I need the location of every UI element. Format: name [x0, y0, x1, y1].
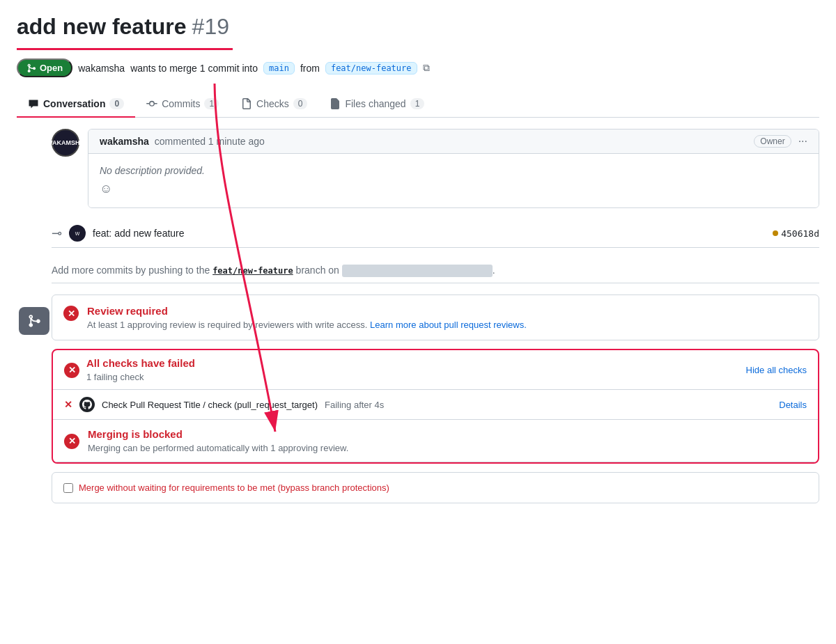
pr-meta: Open wakamsha wants to merge 1 commit in…	[17, 58, 819, 77]
title-underline	[17, 48, 233, 50]
conversation-icon	[28, 98, 39, 109]
commit-hash-text: 450618d	[781, 228, 819, 239]
comment-header: wakamsha commented 1 minute ago Owner ··…	[88, 129, 819, 154]
checks-failed-icon: ✕	[64, 363, 79, 378]
more-options-button[interactable]: ···	[798, 135, 807, 148]
main-content: WAKAMSHA wakamsha commented 1 minute ago…	[52, 129, 819, 503]
tab-checks-count: 0	[293, 98, 308, 109]
open-label: Open	[40, 63, 63, 73]
blurred-hostname: ████████████████	[342, 265, 493, 277]
check-github-icon	[79, 397, 95, 412]
open-status-badge[interactable]: Open	[17, 58, 72, 77]
source-tree-button[interactable]	[19, 307, 49, 335]
tab-commits-label: Commits	[162, 98, 200, 109]
check-name: Check Pull Request Title / check (pull_r…	[102, 400, 318, 410]
merge-blocked-desc: Merging can be performed automatically w…	[88, 443, 348, 453]
checks-section: ✕ All checks have failed 1 failing check…	[52, 349, 819, 464]
checks-icon	[241, 98, 252, 109]
commit-line: ⊸ W feat: add new feature 450618d	[52, 219, 819, 248]
tab-commits[interactable]: Commits 1	[135, 91, 230, 118]
commit-author-avatar: W	[69, 225, 86, 242]
commits-icon	[146, 98, 157, 109]
checks-header: ✕ All checks have failed 1 failing check…	[53, 350, 818, 390]
pr-author: wakamsha	[78, 63, 125, 74]
emoji-reaction-button[interactable]: ☺	[100, 182, 807, 196]
tab-conversation[interactable]: Conversation 0	[17, 91, 135, 118]
pr-title-text: add new feature	[17, 14, 187, 40]
merge-desc: wants to merge 1 commit into	[130, 63, 258, 74]
failing-count: 1 failing check	[86, 372, 195, 382]
tab-conversation-label: Conversation	[43, 98, 105, 109]
bypass-label[interactable]: Merge without waiting for requirements t…	[79, 482, 389, 493]
tab-checks[interactable]: Checks 0	[230, 91, 318, 118]
checks-failed-title: All checks have failed	[86, 357, 195, 369]
check-details-link[interactable]: Details	[779, 400, 807, 410]
comment-author: wakamsha	[100, 136, 149, 147]
files-changed-icon	[330, 98, 341, 109]
review-required-icon: ✕	[63, 306, 79, 321]
pr-number: #19	[192, 14, 229, 40]
sidebar-panel	[17, 129, 52, 503]
merge-blocked-row: ✕ Merging is blocked Merging can be perf…	[53, 420, 818, 462]
push-info-after: branch on	[296, 265, 342, 276]
commit-graph-icon: ⊸	[52, 226, 62, 241]
merge-blocked-icon: ✕	[64, 434, 79, 449]
from-label: from	[300, 63, 320, 74]
open-pr-icon	[26, 63, 36, 73]
target-branch[interactable]: main	[263, 62, 295, 74]
review-required-title: Review required	[87, 305, 807, 317]
comment-text: No description provided.	[100, 165, 807, 176]
source-branch[interactable]: feat/new-feature	[325, 62, 417, 74]
commit-dot	[773, 230, 778, 236]
source-tree-icon	[27, 314, 41, 328]
copy-branch-button[interactable]: ⧉	[423, 62, 430, 74]
tab-commits-count: 1	[204, 98, 219, 109]
pr-tabs: Conversation 0 Commits 1 Checks 0 Files …	[17, 91, 819, 118]
review-required-desc: At least 1 approving review is required …	[87, 320, 807, 330]
check-item: ✕ Check Pull Request Title / check (pull…	[53, 390, 818, 420]
tab-files-changed-label: Files changed	[345, 98, 405, 109]
comment-avatar-col: WAKAMSHA	[52, 129, 79, 208]
tab-checks-label: Checks	[256, 98, 289, 109]
push-info-before: Add more commits by pushing to the	[52, 265, 210, 276]
avatar: WAKAMSHA	[52, 129, 79, 157]
push-info: Add more commits by pushing to the feat/…	[52, 259, 819, 283]
merge-blocked-title: Merging is blocked	[88, 428, 348, 440]
comment-time: commented 1 minute ago	[155, 136, 265, 147]
bypass-checkbox[interactable]	[63, 483, 73, 493]
tab-conversation-count: 0	[109, 98, 124, 109]
comment-body: No description provided. ☺	[88, 154, 819, 207]
learn-more-link[interactable]: Learn more about pull request reviews.	[370, 320, 527, 330]
check-status: Failing after 4s	[325, 400, 384, 410]
pr-title: add new feature #19	[17, 14, 819, 50]
comment-thread-row: WAKAMSHA wakamsha commented 1 minute ago…	[52, 129, 819, 208]
owner-badge: Owner	[754, 135, 791, 148]
push-info-branch[interactable]: feat/new-feature	[212, 266, 293, 276]
commit-message: feat: add new feature	[93, 228, 185, 239]
tab-files-changed[interactable]: Files changed 1	[318, 91, 435, 118]
review-required-section: ✕ Review required At least 1 approving r…	[52, 294, 819, 340]
merge-bypass-section: Merge without waiting for requirements t…	[52, 472, 819, 503]
check-fail-icon: ✕	[64, 399, 72, 410]
tab-files-changed-count: 1	[410, 98, 425, 109]
commit-hash: 450618d	[773, 228, 819, 239]
hide-checks-button[interactable]: Hide all checks	[746, 365, 807, 375]
